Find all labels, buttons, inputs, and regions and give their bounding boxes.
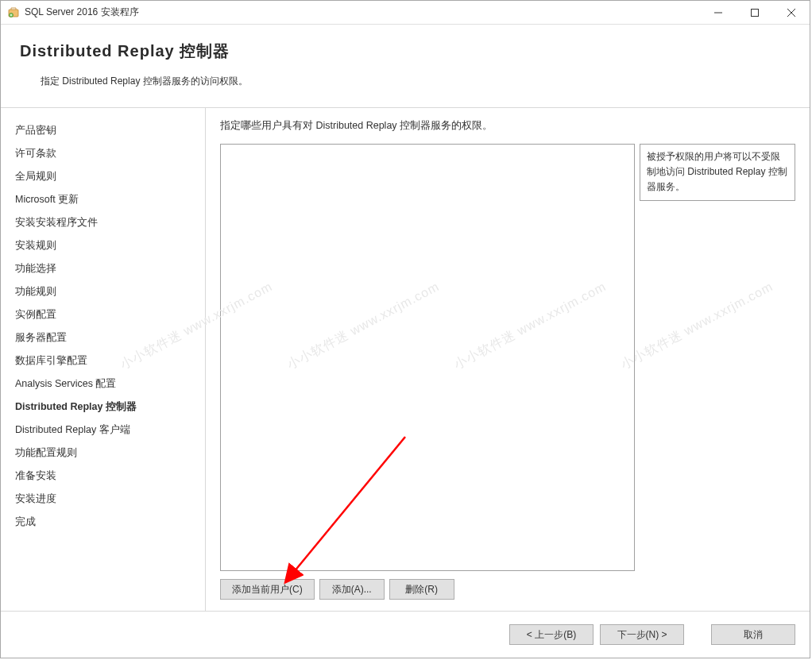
- sidebar-item-label: Distributed Replay 控制器: [15, 401, 137, 412]
- header: Distributed Replay 控制器 指定 Distributed Re…: [1, 25, 810, 108]
- sidebar-item-label: 完成: [15, 516, 36, 527]
- spacer: [690, 624, 705, 645]
- sidebar-item-product-key[interactable]: 产品密钥: [1, 119, 205, 142]
- sidebar-item-label: 功能配置规则: [15, 447, 77, 458]
- body: 产品密钥 许可条款 全局规则 Microsoft 更新 安装安装程序文件 安装规…: [1, 108, 810, 611]
- app-icon: [7, 6, 20, 19]
- page-subtitle: 指定 Distributed Replay 控制器服务的访问权限。: [41, 75, 810, 88]
- sidebar-item-license[interactable]: 许可条款: [1, 142, 205, 165]
- add-button[interactable]: 添加(A)...: [319, 579, 385, 600]
- window-title: SQL Server 2016 安装程序: [25, 6, 700, 19]
- maximize-button[interactable]: [737, 1, 773, 25]
- sidebar-item-label: 实例配置: [15, 309, 56, 320]
- sidebar-item-install-setup-files[interactable]: 安装安装程序文件: [1, 211, 205, 234]
- main-panel: 指定哪些用户具有对 Distributed Replay 控制器服务的权限。 被…: [206, 108, 810, 611]
- add-current-user-button[interactable]: 添加当前用户(C): [220, 579, 315, 600]
- titlebar: SQL Server 2016 安装程序: [1, 1, 810, 25]
- user-list[interactable]: [220, 144, 635, 571]
- sidebar-item-feature-rules[interactable]: 功能规则: [1, 280, 205, 303]
- page-title: Distributed Replay 控制器: [20, 41, 810, 62]
- sidebar-item-label: 功能选择: [15, 263, 56, 274]
- sidebar-item-label: Distributed Replay 客户端: [15, 424, 130, 435]
- sidebar-item-install-progress[interactable]: 安装进度: [1, 488, 205, 511]
- sidebar-item-instance-config[interactable]: 实例配置: [1, 303, 205, 326]
- sidebar-item-db-engine-config[interactable]: 数据库引擎配置: [1, 349, 205, 372]
- sidebar-item-global-rules[interactable]: 全局规则: [1, 165, 205, 188]
- sidebar-item-feature-config-rules[interactable]: 功能配置规则: [1, 442, 205, 465]
- sidebar-item-label: Microsoft 更新: [15, 194, 79, 205]
- info-box: 被授予权限的用户将可以不受限制地访问 Distributed Replay 控制…: [640, 144, 795, 201]
- minimize-button[interactable]: [700, 1, 737, 25]
- svg-rect-3: [752, 9, 759, 16]
- installer-window: SQL Server 2016 安装程序 Distributed Replay …: [0, 0, 810, 658]
- sidebar-item-label: 功能规则: [15, 286, 56, 297]
- sidebar-item-label: 数据库引擎配置: [15, 355, 87, 366]
- sidebar-item-complete[interactable]: 完成: [1, 511, 205, 534]
- sidebar: 产品密钥 许可条款 全局规则 Microsoft 更新 安装安装程序文件 安装规…: [1, 108, 206, 611]
- sidebar-item-label: 服务器配置: [15, 332, 67, 343]
- sidebar-item-server-config[interactable]: 服务器配置: [1, 326, 205, 349]
- sidebar-item-label: Analysis Services 配置: [15, 378, 116, 389]
- sidebar-item-label: 安装安装程序文件: [15, 217, 98, 228]
- close-button[interactable]: [773, 1, 810, 25]
- sidebar-item-label: 安装进度: [15, 493, 56, 504]
- instruction-text: 指定哪些用户具有对 Distributed Replay 控制器服务的权限。: [220, 119, 795, 133]
- sidebar-item-label: 安装规则: [15, 240, 56, 251]
- sidebar-item-label: 全局规则: [15, 171, 56, 182]
- sidebar-item-install-rules[interactable]: 安装规则: [1, 234, 205, 257]
- sidebar-item-label: 许可条款: [15, 148, 56, 159]
- config-row: 被授予权限的用户将可以不受限制地访问 Distributed Replay 控制…: [220, 144, 795, 571]
- sidebar-item-feature-selection[interactable]: 功能选择: [1, 257, 205, 280]
- sidebar-item-microsoft-update[interactable]: Microsoft 更新: [1, 188, 205, 211]
- back-button[interactable]: < 上一步(B): [509, 624, 594, 645]
- remove-button[interactable]: 删除(R): [389, 579, 454, 600]
- footer: < 上一步(B) 下一步(N) > 取消: [1, 611, 810, 658]
- sidebar-item-label: 产品密钥: [15, 125, 56, 136]
- sidebar-item-ready-install[interactable]: 准备安装: [1, 465, 205, 488]
- sidebar-item-label: 准备安装: [15, 470, 56, 481]
- user-buttons: 添加当前用户(C) 添加(A)... 删除(R): [220, 579, 795, 600]
- sidebar-item-dr-controller[interactable]: Distributed Replay 控制器: [1, 396, 205, 419]
- sidebar-item-dr-client[interactable]: Distributed Replay 客户端: [1, 419, 205, 442]
- sidebar-item-analysis-services[interactable]: Analysis Services 配置: [1, 372, 205, 396]
- cancel-button[interactable]: 取消: [711, 624, 795, 645]
- window-controls: [700, 1, 810, 25]
- next-button[interactable]: 下一步(N) >: [600, 624, 684, 645]
